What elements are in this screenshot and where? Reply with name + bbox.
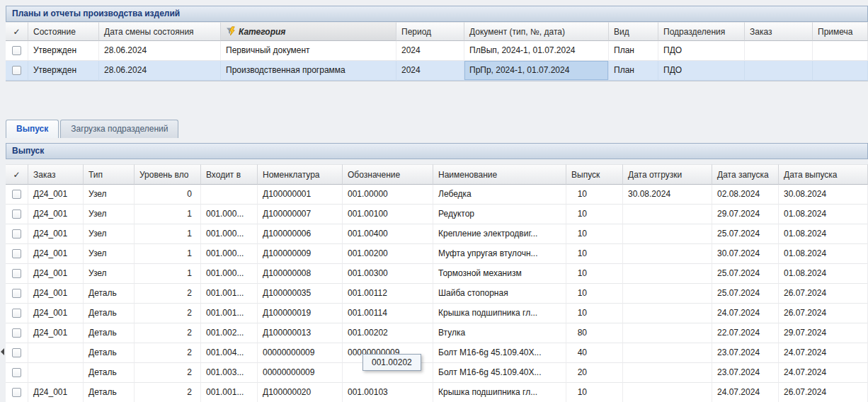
vypusk-cell[interactable]: 001.000... — [201, 224, 258, 244]
vypusk-cell[interactable]: 001.002... — [201, 323, 258, 343]
plans-column-header-2[interactable]: Дата смены состояния — [99, 22, 221, 41]
vypusk-cell[interactable]: 01.08.2024 — [779, 264, 868, 284]
plans-cell[interactable]: ПДО — [658, 61, 745, 81]
plans-column-header-4[interactable]: Период — [396, 22, 464, 41]
row-checkbox[interactable] — [12, 309, 21, 318]
vypusk-cell[interactable]: Муфта упругая втулочн... — [433, 244, 566, 264]
plans-cell[interactable]: Утвержден — [28, 61, 99, 81]
vypusk-cell[interactable]: 1 — [135, 224, 201, 244]
vypusk-cell[interactable]: 24.07.2024 — [779, 363, 868, 383]
vypusk-cell[interactable]: 001.003... — [201, 363, 258, 383]
plans-cell[interactable]: ПДО — [658, 41, 745, 61]
plans-cell[interactable]: Утвержден — [28, 41, 99, 61]
vypusk-cell[interactable]: 001.00112 — [343, 284, 433, 304]
vypusk-cell[interactable]: 24.07.2024 — [779, 343, 868, 363]
vypusk-row-11[interactable]: Д24_001Деталь2001.001...Д100000020001.00… — [6, 383, 868, 402]
vypusk-cell[interactable]: Д24_001 — [28, 284, 84, 304]
vypusk-cell[interactable] — [28, 363, 84, 383]
row-checkbox[interactable] — [12, 66, 21, 75]
vypusk-cell[interactable]: 26.07.2024 — [779, 383, 868, 402]
vypusk-cell[interactable]: Деталь — [84, 343, 135, 363]
vypusk-cell[interactable]: 001.004... — [201, 343, 258, 363]
vypusk-cell[interactable]: Крепление электродвиг... — [433, 224, 566, 244]
vypusk-cell[interactable]: Крышка подшипника гл... — [433, 304, 566, 323]
plans-row-1[interactable]: Утвержден28.06.2024Первичный документ202… — [6, 41, 868, 61]
vypusk-cell[interactable]: 2 — [135, 304, 201, 323]
vypusk-cell[interactable]: 001.00400 — [343, 224, 433, 244]
vypusk-column-header-7[interactable]: Наименование — [433, 164, 566, 185]
plans-cell[interactable]: 28.06.2024 — [99, 61, 221, 81]
plans-column-header-8[interactable]: Заказ — [745, 22, 813, 41]
vypusk-cell[interactable]: 001.001... — [201, 383, 258, 402]
vypusk-cell[interactable] — [623, 383, 712, 402]
vypusk-cell[interactable]: 10 — [566, 205, 623, 224]
vypusk-cell[interactable] — [623, 284, 712, 304]
vypusk-row-10[interactable]: Деталь2001.003...00000000009Болт М16-6g … — [6, 363, 868, 383]
row-checkbox[interactable] — [12, 46, 21, 55]
vypusk-cell[interactable]: 01.08.2024 — [779, 224, 868, 244]
vypusk-cell[interactable]: 1 — [135, 264, 201, 284]
vypusk-cell[interactable]: 80 — [566, 323, 623, 343]
vypusk-cell[interactable]: 2 — [135, 284, 201, 304]
plans-column-header-3[interactable]: Категория — [221, 22, 396, 41]
vypusk-column-header-2[interactable]: Тип — [84, 164, 135, 185]
vypusk-cell[interactable]: Болт М16-6g 45.109.40Х... — [433, 343, 566, 363]
vypusk-cell[interactable]: 29.07.2024 — [712, 205, 779, 224]
vypusk-cell[interactable]: 001.001... — [201, 284, 258, 304]
vypusk-cell[interactable] — [623, 264, 712, 284]
plans-cell[interactable]: Производственная программа — [221, 61, 396, 81]
vypusk-cell[interactable]: Лебедка — [433, 185, 566, 205]
plans-cell[interactable]: 2024 — [396, 61, 464, 81]
vypusk-cell[interactable]: 30.08.2024 — [623, 185, 712, 205]
vypusk-cell[interactable]: 001.00114 — [343, 304, 433, 323]
plans-cell[interactable]: 28.06.2024 — [99, 41, 221, 61]
row-checkbox[interactable] — [12, 328, 21, 338]
vypusk-cell[interactable]: 0 — [135, 185, 201, 205]
vypusk-column-header-5[interactable]: Номенклатура — [258, 164, 343, 185]
vypusk-row-5[interactable]: Д24_001Узел1001.000...Д100000008001.0030… — [6, 264, 868, 284]
vypusk-cell[interactable]: Д24_001 — [28, 383, 84, 402]
vypusk-cell[interactable]: 10 — [566, 185, 623, 205]
vypusk-cell[interactable]: 40 — [566, 343, 623, 363]
vypusk-cell[interactable]: Д24_001 — [28, 185, 84, 205]
row-checkbox[interactable] — [12, 229, 21, 239]
vypusk-row-1[interactable]: Д24_001Узел0Д100000001001.00000Лебедка10… — [6, 185, 868, 205]
row-checkbox[interactable] — [12, 388, 21, 397]
vypusk-cell[interactable]: 001.000... — [201, 244, 258, 264]
vypusk-cell[interactable]: Д100000020 — [258, 383, 343, 402]
vypusk-cell[interactable]: 001.00000 — [343, 185, 433, 205]
vypusk-cell[interactable]: Втулка — [433, 323, 566, 343]
vypusk-cell[interactable]: 001.001... — [201, 304, 258, 323]
row-checkbox[interactable] — [12, 209, 21, 219]
row-checkbox[interactable] — [12, 348, 21, 357]
vypusk-cell[interactable] — [623, 244, 712, 264]
vypusk-cell[interactable]: Д100000006 — [258, 224, 343, 244]
vypusk-cell[interactable]: 01.08.2024 — [779, 244, 868, 264]
vypusk-row-3[interactable]: Д24_001Узел1001.000...Д100000006001.0040… — [6, 224, 868, 244]
plans-cell[interactable]: Первичный документ — [221, 41, 396, 61]
vypusk-cell[interactable]: 30.07.2024 — [712, 244, 779, 264]
vypusk-cell[interactable]: 24.07.2024 — [712, 383, 779, 402]
vypusk-cell[interactable]: 23.07.2024 — [712, 343, 779, 363]
vypusk-column-header-10[interactable]: Дата запуска — [712, 164, 779, 185]
plans-cell[interactable] — [813, 41, 868, 61]
vypusk-cell[interactable]: Узел — [84, 244, 135, 264]
vypusk-cell[interactable]: Д24_001 — [28, 304, 84, 323]
vypusk-cell[interactable]: 2 — [135, 383, 201, 402]
vypusk-cell[interactable] — [623, 205, 712, 224]
plans-cell[interactable]: ПлВып, 2024-1, 01.07.2024 — [464, 41, 609, 61]
vypusk-cell[interactable]: 00000000009 — [258, 343, 343, 363]
plans-row-2[interactable]: Утвержден28.06.2024Производственная прог… — [6, 61, 868, 81]
row-checkbox[interactable] — [12, 249, 21, 258]
vypusk-column-header-1[interactable]: Заказ — [28, 164, 84, 185]
row-checkbox[interactable] — [12, 289, 21, 298]
vypusk-cell[interactable]: 2 — [135, 363, 201, 383]
vypusk-cell[interactable] — [623, 323, 712, 343]
vypusk-cell[interactable]: Редуктор — [433, 205, 566, 224]
vypusk-row-6[interactable]: Д24_001Деталь2001.001...Д100000035001.00… — [6, 284, 868, 304]
vypusk-cell[interactable]: 10 — [566, 383, 623, 402]
vypusk-row-8[interactable]: Д24_001Деталь2001.002...Д100000013001.00… — [6, 323, 868, 343]
vypusk-cell[interactable]: 00000000009 — [258, 363, 343, 383]
plans-column-header-6[interactable]: Вид — [609, 22, 658, 41]
row-checkbox[interactable] — [12, 190, 21, 199]
